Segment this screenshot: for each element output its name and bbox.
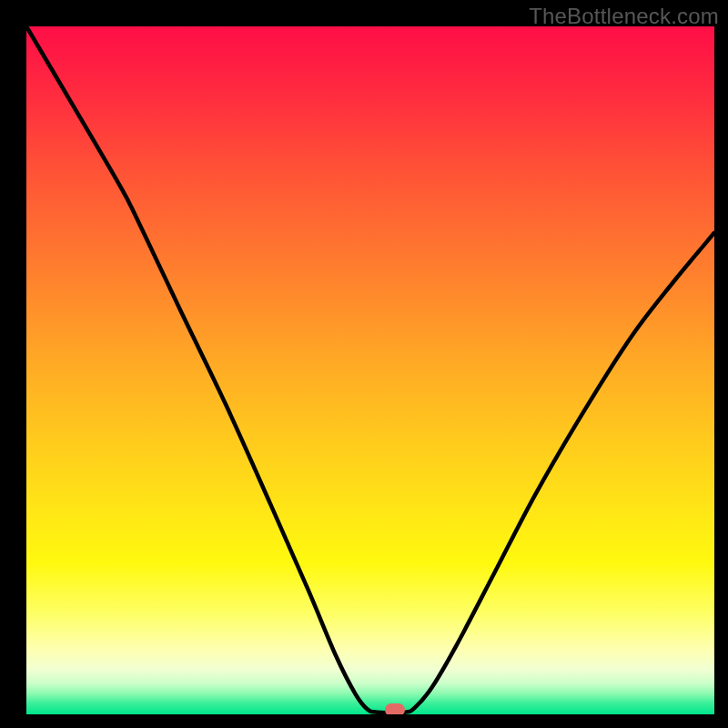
bottleneck-curve <box>26 26 714 714</box>
chart-frame: TheBottleneck.com <box>0 0 728 728</box>
bottleneck-marker <box>385 703 405 714</box>
plot-area <box>26 26 714 714</box>
watermark-text: TheBottleneck.com <box>529 4 719 29</box>
